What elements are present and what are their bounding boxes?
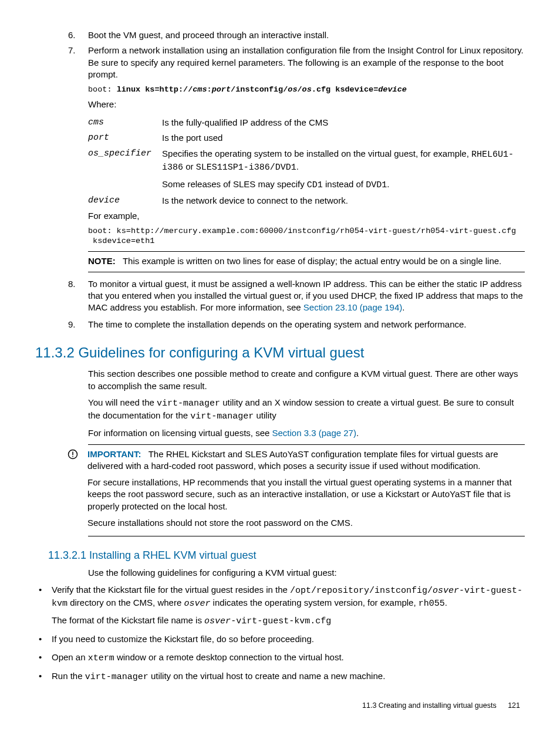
section-paragraph: Use the following guidelines for configu…	[88, 567, 525, 579]
where-label: Where:	[88, 99, 525, 110]
section-paragraph: This section describes one possible meth…	[88, 368, 525, 392]
bullet-item: Verify that the Kickstart file for the v…	[35, 584, 525, 628]
def-term: cms	[88, 115, 162, 130]
note-box: NOTE: This example is written on two lin…	[88, 251, 525, 272]
def-row-cms: cms Is the fully-qualified IP address of…	[88, 115, 525, 130]
boot-command: boot: linux ks=http://cms:port/instconfi…	[88, 85, 525, 95]
svg-rect-1	[72, 451, 73, 455]
def-desc: Is the port used	[162, 130, 525, 146]
step-8: 8. To monitor a virtual guest, it must b…	[88, 278, 525, 314]
step-number: 6.	[68, 29, 76, 41]
bullet-item: If you need to customize the Kickstart f…	[35, 633, 525, 645]
example-code: boot: ks=http://mercury.example.com:6000…	[88, 227, 525, 247]
bullet-item: Run the virt-manager utility on the virt…	[35, 670, 525, 683]
svg-rect-2	[72, 456, 73, 457]
ordered-steps: 6. Boot the VM guest, and proceed throug…	[35, 29, 525, 330]
step-text: Boot the VM guest, and proceed through a…	[88, 30, 329, 40]
step-number: 7.	[68, 45, 76, 56]
step-text: To monitor a virtual guest, it must be a…	[88, 278, 525, 314]
bullet-item: Open an xterm window or a remote desktop…	[35, 652, 525, 664]
def-term: port	[88, 130, 162, 146]
note-label: NOTE:	[88, 256, 116, 266]
footer-page-number: 121	[508, 701, 520, 710]
def-desc: Is the fully-qualified IP address of the…	[162, 115, 525, 130]
step-number: 8.	[68, 278, 76, 290]
divider	[88, 444, 525, 445]
section-link[interactable]: Section 3.3 (page 27)	[272, 428, 356, 438]
step-7: 7. Perform a network installation using …	[88, 45, 525, 272]
def-row-port: port Is the port used	[88, 130, 525, 146]
def-desc: Is the network device to connect to the …	[162, 193, 525, 208]
section-heading-11-3-2: 11.3.2 Guidelines for configuring a KVM …	[35, 343, 525, 362]
step-text: The time to complete the installation de…	[88, 319, 467, 329]
note-text: This example is written on two lines for…	[123, 256, 501, 266]
important-box: IMPORTANT: The RHEL Kickstart and SLES A…	[35, 444, 525, 537]
important-text: The RHEL Kickstart and SLES AutoYaST con…	[87, 449, 498, 471]
step-text: Perform a network installation using an …	[88, 45, 525, 80]
section-link[interactable]: Section 23.10 (page 194)	[303, 302, 402, 312]
important-label: IMPORTANT:	[87, 449, 141, 459]
section-paragraph: You will need the virt-manager utility a…	[88, 397, 525, 423]
def-row-os: os_specifier Specifies the operating sys…	[88, 146, 525, 194]
section-heading-11-3-2-1: 11.3.2.1 Installing a RHEL KVM virtual g…	[35, 548, 525, 562]
step-6: 6. Boot the VM guest, and proceed throug…	[88, 29, 525, 41]
for-example-label: For example,	[88, 210, 525, 222]
step-9: 9. The time to complete the installation…	[88, 319, 525, 330]
def-desc: Specifies the operating system to be ins…	[162, 146, 525, 194]
important-icon	[68, 448, 87, 463]
step-number: 9.	[68, 319, 76, 330]
def-term: device	[88, 193, 162, 208]
important-text: For secure installations, HP recommends …	[87, 477, 525, 512]
divider	[88, 272, 525, 272]
def-term: os_specifier	[88, 146, 162, 194]
divider	[88, 251, 525, 252]
bullet-list: Verify that the Kickstart file for the v…	[35, 584, 525, 684]
page-footer: 11.3 Creating and installing virtual gue…	[35, 701, 525, 711]
footer-section: 11.3 Creating and installing virtual gue…	[362, 701, 497, 710]
definitions-table: cms Is the fully-qualified IP address of…	[88, 115, 525, 209]
important-text: Secure installations should not store th…	[87, 517, 525, 529]
divider	[88, 536, 525, 536]
section-paragraph: For information on licensing virtual gue…	[88, 427, 525, 439]
def-row-device: device Is the network device to connect …	[88, 193, 525, 208]
